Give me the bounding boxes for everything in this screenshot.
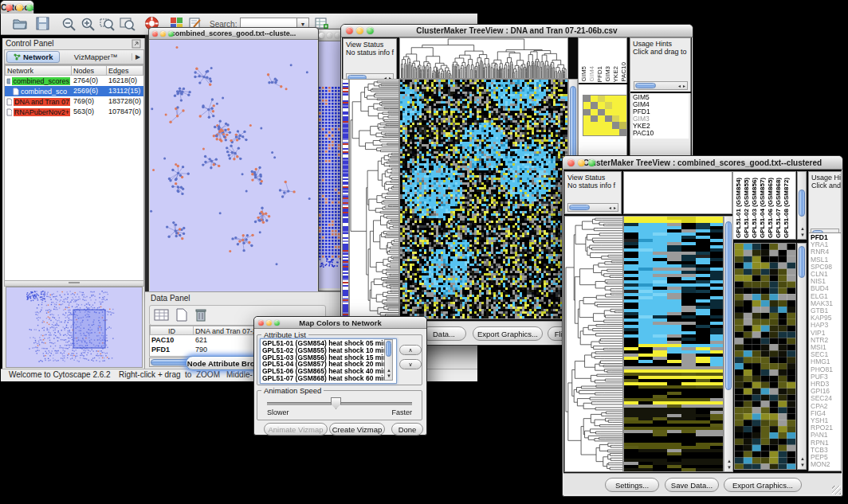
gene-label[interactable]: PFD1 bbox=[811, 234, 841, 241]
map-colors-dialog[interactable]: Map Colors to Network Attribute List GPL… bbox=[253, 316, 427, 436]
attribute-table-icon[interactable] bbox=[154, 308, 170, 322]
column-label[interactable]: GPL51-03 (GSM856) bbox=[751, 178, 759, 238]
column-label[interactable]: GPL51-06 (GSM865) bbox=[767, 178, 775, 238]
gene-label[interactable]: MSL1 bbox=[811, 256, 841, 264]
animate-vizmap-button[interactable]: Animate Vizmap bbox=[264, 423, 328, 436]
cytoscape-main-window[interactable]: Cytoscape Desktop (Session Name: collins… bbox=[0, 0, 34, 15]
tv2-heatmap[interactable] bbox=[623, 216, 724, 472]
zoom-window-icon[interactable] bbox=[335, 33, 340, 38]
tab-vizmapper[interactable]: VizMapper™ bbox=[60, 53, 132, 61]
network-canvas[interactable] bbox=[150, 40, 317, 295]
tv2-row-dendrogram[interactable] bbox=[564, 216, 623, 472]
column-label[interactable]: PFD1 bbox=[596, 66, 604, 82]
col-header-nodes[interactable]: Nodes bbox=[72, 65, 107, 76]
tv1-column-dendrogram[interactable] bbox=[399, 37, 568, 79]
col-header-id[interactable]: ID bbox=[150, 326, 194, 335]
zoom-out-icon[interactable] bbox=[61, 17, 77, 31]
resize-grip[interactable] bbox=[832, 486, 841, 494]
gene-label[interactable]: NTR2 bbox=[811, 337, 841, 344]
gene-label[interactable]: KAP95 bbox=[811, 315, 841, 322]
gene-label[interactable]: GIM3 bbox=[633, 115, 689, 123]
main-titlebar[interactable]: Cytoscape Desktop (Session Name: collins… bbox=[1, 1, 33, 14]
tabs-overflow-button[interactable]: ▶ bbox=[132, 53, 143, 61]
network-row-combined-sco-selected[interactable]: combined_sco 2569(6) 13112(15) bbox=[5, 86, 143, 96]
speed-slider-thumb[interactable] bbox=[331, 397, 341, 409]
gene-label[interactable]: YRA1 bbox=[811, 241, 841, 248]
gene-label[interactable]: TCB3 bbox=[811, 447, 841, 454]
gene-label[interactable]: PAN1 bbox=[811, 432, 841, 439]
gene-label[interactable]: GIM5 bbox=[633, 94, 689, 101]
attribute-item[interactable]: GPL51-06 (GSM865) heat shock 40 min bbox=[262, 368, 396, 375]
attribute-item[interactable]: GPL51-03 (GSM856) heat shock 15 min bbox=[262, 354, 396, 361]
tab-network[interactable]: Network bbox=[6, 51, 60, 63]
gene-label[interactable]: SPC98 bbox=[811, 264, 841, 271]
zoom-fit-icon[interactable] bbox=[120, 17, 135, 31]
gene-label[interactable]: GTB1 bbox=[811, 307, 841, 315]
column-label[interactable]: GPL51-07 (GSM868) bbox=[775, 178, 783, 238]
gene-label[interactable]: PAC10 bbox=[633, 130, 689, 137]
minimize-icon[interactable] bbox=[578, 159, 585, 166]
gene-label[interactable]: HMG1 bbox=[811, 358, 841, 365]
network-overview-canvas[interactable] bbox=[6, 287, 140, 365]
gene-label[interactable]: ELG1 bbox=[811, 293, 841, 300]
gene-label[interactable]: PEP5 bbox=[811, 454, 841, 461]
gene-label[interactable]: FIG4 bbox=[811, 410, 841, 417]
gene-label[interactable]: RPN1 bbox=[811, 440, 841, 447]
attribute-list-vscrollbar[interactable]: ▲▼ bbox=[384, 339, 393, 381]
network-view-window[interactable]: combined_scores_good.txt--cluste... bbox=[148, 27, 319, 297]
tv2-status-hscrollbar[interactable]: ◂▸ bbox=[567, 203, 618, 212]
network-row-dna-tran[interactable]: DNA and Tran 07 769(0) 183728(0) bbox=[5, 96, 143, 107]
column-label[interactable]: GPL51-02 (GSM855) bbox=[743, 178, 751, 238]
minimize-icon[interactable] bbox=[266, 320, 272, 326]
tv1-selection-strip[interactable] bbox=[342, 79, 349, 319]
treeview2-window[interactable]: ClusterMaker TreeView : combined_scores_… bbox=[562, 155, 843, 497]
gene-label[interactable]: MON2 bbox=[811, 461, 841, 468]
tv2-detail-vscrollbar[interactable]: ▲▼ bbox=[797, 243, 807, 470]
gene-label[interactable]: SEC24 bbox=[811, 395, 841, 402]
minimize-icon[interactable] bbox=[356, 27, 363, 34]
gene-label[interactable]: HAP3 bbox=[811, 322, 841, 329]
column-label[interactable]: YKE2 bbox=[612, 66, 620, 82]
network-row-combined-scores[interactable]: combined_scores 2764(0) 16218(0) bbox=[5, 76, 143, 86]
gene-label[interactable]: CPA2 bbox=[811, 403, 841, 410]
gene-label[interactable]: MAK31 bbox=[811, 300, 841, 307]
column-label[interactable]: GPL51-08 (GSM872) bbox=[783, 178, 791, 238]
tv1-summary-heatmap[interactable] bbox=[583, 95, 627, 136]
tv1-row-dendrogram[interactable] bbox=[349, 79, 399, 319]
new-attribute-icon[interactable] bbox=[175, 308, 188, 322]
gene-label[interactable]: HRD3 bbox=[811, 381, 841, 388]
export-graphics-button[interactable]: Export Graphics... bbox=[724, 478, 802, 492]
save-icon[interactable] bbox=[36, 17, 50, 30]
close-icon[interactable] bbox=[6, 4, 13, 11]
gene-label[interactable]: PHO81 bbox=[811, 366, 841, 373]
gene-label[interactable]: CLN1 bbox=[811, 271, 841, 278]
minimize-icon[interactable] bbox=[160, 31, 166, 37]
col-header-edges[interactable]: Edges bbox=[107, 65, 143, 76]
delete-attribute-icon[interactable] bbox=[194, 307, 207, 322]
attribute-item[interactable]: GPL51-02 (GSM855) heat shock 10 min bbox=[262, 347, 396, 354]
zoom-window-icon[interactable] bbox=[588, 159, 595, 166]
float-panel-icon[interactable] bbox=[132, 39, 141, 49]
gene-label[interactable]: RPO21 bbox=[811, 424, 841, 432]
column-label[interactable]: GPL51-04 (GSM857) bbox=[759, 178, 767, 238]
attribute-item[interactable]: GPL51-07 (GSM868) heat shock 60 min bbox=[262, 375, 396, 382]
gene-label[interactable]: GPI16 bbox=[811, 388, 841, 395]
column-label[interactable]: GPL51-01 (GSM854) bbox=[735, 178, 743, 238]
export-graphics-button[interactable]: Export Graphics... bbox=[473, 326, 543, 341]
zoom-window-icon[interactable] bbox=[26, 4, 33, 11]
network-overview[interactable] bbox=[6, 287, 143, 368]
save-data-button[interactable]: Save Data... bbox=[665, 478, 719, 492]
zoom-selected-icon[interactable] bbox=[100, 17, 116, 31]
close-icon[interactable] bbox=[152, 31, 158, 37]
gene-label[interactable]: YKE2 bbox=[633, 123, 689, 130]
move-up-button[interactable]: ∧ bbox=[399, 345, 422, 355]
settings-button[interactable]: Settings... bbox=[605, 478, 659, 492]
column-label[interactable]: GIM4 bbox=[588, 66, 596, 82]
move-down-button[interactable]: ∨ bbox=[399, 359, 422, 369]
tv1-usage-hscrollbar[interactable]: ◂▸ bbox=[634, 81, 688, 90]
attribute-listbox[interactable]: GPL51-01 (GSM854) heat shock 05 minGPL51… bbox=[260, 338, 397, 384]
attribute-item[interactable]: GPL51-01 (GSM854) heat shock 05 min bbox=[262, 340, 396, 347]
tv2-column-dendrogram[interactable] bbox=[623, 171, 732, 214]
create-vizmap-button[interactable]: Create Vizmap bbox=[329, 423, 385, 436]
column-label[interactable]: GIM5 bbox=[580, 66, 588, 82]
